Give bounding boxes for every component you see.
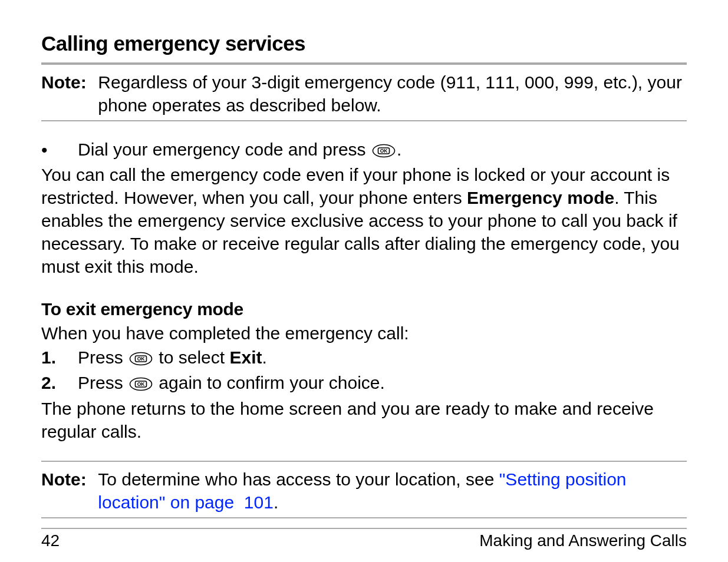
- step-text: Press OK again to confirm your choice.: [78, 371, 687, 395]
- exit-label: Exit: [229, 348, 262, 367]
- footer-divider: [41, 528, 687, 529]
- intro-line: When you have completed the emergency ca…: [41, 322, 687, 345]
- list-item: 2. Press OK again to confirm your choice…: [41, 371, 687, 395]
- svg-text:OK: OK: [380, 148, 388, 154]
- page-footer: 42 Making and Answering Calls: [41, 531, 687, 550]
- svg-text:OK: OK: [137, 356, 146, 362]
- section-title: Calling emergency services: [41, 32, 687, 55]
- text-fragment: Dial your emergency code and press: [78, 140, 371, 159]
- step-text: Press OK to select Exit.: [78, 346, 687, 370]
- emergency-mode-label: Emergency mode: [467, 188, 614, 207]
- note-body: To determine who has access to your loca…: [98, 468, 684, 514]
- manual-page: Calling emergency services Note: Regardl…: [0, 0, 728, 562]
- note-label: Note:: [41, 71, 93, 94]
- text-fragment: Press: [78, 348, 128, 367]
- text-fragment: again to confirm your choice.: [154, 373, 385, 392]
- note-label: Note:: [41, 468, 93, 491]
- divider-thin: [41, 120, 687, 121]
- chapter-title: Making and Answering Calls: [479, 531, 687, 550]
- note-box-2: Note: To determine who has access to you…: [41, 468, 687, 514]
- bullet-item: • Dial your emergency code and press OK.: [41, 138, 687, 161]
- bullet-marker: •: [41, 138, 78, 159]
- text-fragment: .: [274, 492, 278, 512]
- page-number: 42: [41, 531, 60, 550]
- ok-button-icon: OK: [129, 352, 153, 366]
- sub-heading: To exit emergency mode: [41, 299, 687, 319]
- text-fragment: .: [397, 140, 401, 159]
- numbered-list: 1. Press OK to select Exit. 2. Press OK …: [41, 346, 687, 395]
- note-body: Regardless of your 3-digit emergency cod…: [98, 71, 684, 117]
- bullet-text: Dial your emergency code and press OK.: [78, 138, 687, 161]
- divider-thin: [41, 461, 687, 462]
- divider-thick: [41, 62, 687, 65]
- ok-button-icon: OK: [372, 144, 396, 158]
- note-box-1: Note: Regardless of your 3-digit emergen…: [41, 71, 687, 117]
- ok-button-icon: OK: [129, 377, 153, 391]
- svg-text:OK: OK: [137, 381, 146, 386]
- step-number: 2.: [41, 371, 78, 395]
- body-paragraph: You can call the emergency code even if …: [41, 163, 687, 278]
- text-fragment: .: [262, 348, 266, 367]
- text-fragment: to select: [154, 348, 229, 367]
- text-fragment: To determine who has access to your loca…: [98, 470, 499, 489]
- text-fragment: Press: [78, 373, 128, 392]
- step-number: 1.: [41, 346, 78, 370]
- list-item: 1. Press OK to select Exit.: [41, 346, 687, 370]
- divider-thin: [41, 517, 687, 518]
- body-paragraph: The phone returns to the home screen and…: [41, 397, 687, 443]
